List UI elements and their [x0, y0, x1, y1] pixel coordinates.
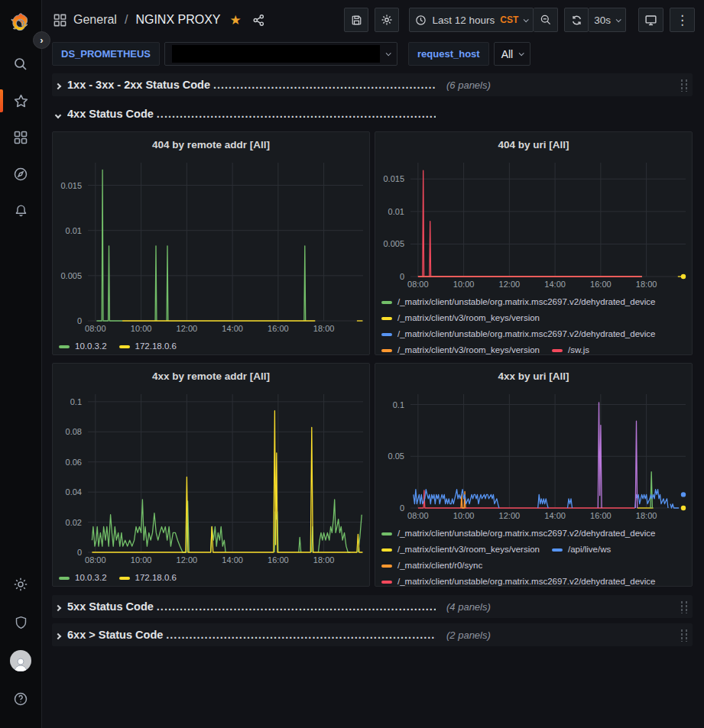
sidebar-item-configuration[interactable]: [0, 566, 42, 603]
row-panel-count: (6 panels): [446, 79, 491, 91]
sidebar-item-profile[interactable]: [0, 642, 42, 679]
legend-item[interactable]: /sw.js: [552, 342, 589, 354]
legend-item[interactable]: /_matrix/client/r0/sync: [381, 558, 482, 574]
sidebar-item-starred[interactable]: [0, 83, 42, 119]
breadcrumb: General / NGINX PROXY ★: [53, 12, 265, 28]
time-series-plot[interactable]: 00.0050.010.01508:0010:0012:0014:0016:00…: [53, 157, 369, 336]
time-series-plot[interactable]: 00.0050.010.01508:0010:0012:0014:0016:00…: [375, 157, 692, 292]
legend-swatch: [119, 577, 130, 580]
svg-text:0: 0: [400, 503, 404, 513]
toolbar: Last 12 hours CST: [344, 8, 695, 32]
refresh-interval-picker[interactable]: 30s: [589, 8, 626, 32]
svg-text:0.015: 0.015: [60, 181, 82, 190]
chevron-right-icon: [56, 628, 60, 642]
sidebar-item-help[interactable]: [0, 681, 42, 717]
row-drag-handle[interactable]: [679, 78, 688, 92]
legend-label: /_matrix/client/unstable/org.matrix.msc2…: [397, 526, 656, 542]
legend-item[interactable]: /_matrix/client/v3/room_keys/version: [381, 310, 540, 326]
refresh-interval-label: 30s: [594, 15, 611, 26]
favorite-star-icon[interactable]: ★: [230, 12, 242, 28]
chart-svg: 00.020.040.060.080.108:0010:0012:0014:00…: [53, 388, 369, 568]
svg-text:08:00: 08:00: [407, 511, 429, 520]
row-panel-count: (2 panels): [446, 629, 491, 641]
panel-title[interactable]: 404 by uri [All]: [375, 132, 692, 157]
dashboard-settings-button[interactable]: [375, 8, 399, 32]
legend-swatch: [381, 333, 392, 336]
svg-text:0: 0: [400, 272, 404, 281]
time-series-plot[interactable]: 00.020.040.060.080.108:0010:0012:0014:00…: [53, 388, 369, 568]
sidebar-item-search[interactable]: [0, 46, 42, 83]
share-icon[interactable]: [252, 14, 265, 27]
gear-icon: [13, 577, 28, 592]
timezone-label: CST: [500, 15, 518, 25]
chart-svg: 00.0050.010.01508:0010:0012:0014:0016:00…: [375, 157, 692, 292]
more-options-button[interactable]: ⋮: [670, 8, 695, 32]
kebab-icon: ⋮: [676, 12, 689, 28]
redacted-value: [172, 45, 380, 63]
svg-text:16:00: 16:00: [268, 324, 289, 333]
dashboard-title[interactable]: NGINX PROXY: [135, 13, 220, 27]
legend-swatch: [119, 345, 130, 348]
legend-item[interactable]: 10.0.3.2: [59, 338, 107, 354]
tv-mode-button[interactable]: [638, 8, 663, 32]
dashboards-grid-icon: [13, 130, 28, 145]
refresh-button[interactable]: [564, 8, 589, 32]
panel-4xx-by-uri: 4xx by uri [All] 00.050.108:0010:0012:00…: [375, 363, 693, 587]
legend-swatch: [381, 317, 392, 320]
zoom-out-icon: [540, 14, 552, 26]
panel-4xx-by-remote-addr: 4xx by remote addr [All] 00.020.040.060.…: [52, 363, 370, 587]
top-navbar: General / NGINX PROXY ★: [42, 0, 704, 40]
svg-text:16:00: 16:00: [268, 555, 289, 565]
chevron-down-icon: [524, 17, 529, 22]
legend-item[interactable]: /_matrix/client/v3/room_keys/version: [381, 542, 540, 558]
ds-prometheus-select[interactable]: [164, 42, 397, 66]
legend-swatch: [552, 349, 563, 352]
legend-item[interactable]: /_matrix/client/v3/room_keys/version: [381, 342, 540, 354]
sidebar-item-explore[interactable]: [0, 156, 42, 193]
legend-item[interactable]: /_matrix/client/unstable/org.matrix.msc2…: [381, 574, 656, 586]
empty-space: [52, 652, 693, 728]
row-panel-count: (4 panels): [446, 601, 491, 613]
panel-title[interactable]: 4xx by remote addr [All]: [53, 364, 369, 388]
row-drag-handle[interactable]: [679, 600, 688, 613]
row-drag-handle[interactable]: [679, 628, 688, 642]
svg-text:0: 0: [77, 548, 82, 557]
sidebar-item-server-admin[interactable]: [0, 604, 42, 641]
row-header-6xx[interactable]: 6xx > Status Code (2 panels): [52, 623, 693, 646]
row-header-1xx-3xx-2xx[interactable]: 1xx - 3xx - 2xx Status Code (6 panels): [52, 73, 693, 96]
sidebar-item-alerting[interactable]: [0, 193, 42, 229]
svg-text:12:00: 12:00: [499, 511, 521, 520]
legend-label: 10.0.3.2: [75, 338, 107, 354]
row-header-4xx[interactable]: 4xx Status Code: [52, 102, 693, 125]
save-dashboard-button[interactable]: [344, 8, 368, 32]
refresh-icon: [571, 15, 582, 26]
gear-icon: [381, 14, 393, 26]
svg-text:0.06: 0.06: [66, 458, 82, 467]
svg-text:12:00: 12:00: [499, 280, 521, 289]
variable-label-ds-prometheus: DS_PROMETHEUS: [52, 42, 160, 66]
legend-swatch: [381, 565, 392, 568]
request-host-select[interactable]: All: [494, 42, 531, 66]
panel-title[interactable]: 4xx by uri [All]: [375, 364, 692, 388]
row-header-5xx[interactable]: 5xx Status Code (4 panels): [52, 595, 693, 618]
legend-item[interactable]: 172.18.0.6: [119, 338, 177, 354]
legend-item[interactable]: /_matrix/client/unstable/org.matrix.msc2…: [381, 326, 656, 342]
compass-icon: [13, 167, 28, 182]
time-series-plot[interactable]: 00.050.108:0010:0012:0014:0016:0018:00: [375, 388, 692, 523]
svg-text:16:00: 16:00: [590, 280, 612, 289]
time-range-picker[interactable]: Last 12 hours CST: [409, 8, 534, 32]
zoom-out-time-button[interactable]: [534, 8, 558, 32]
breadcrumb-folder[interactable]: General: [73, 13, 117, 27]
legend-label: /_matrix/client/unstable/org.matrix.msc2…: [397, 294, 656, 310]
legend-item[interactable]: /_matrix/client/unstable/org.matrix.msc2…: [381, 294, 656, 310]
legend-item[interactable]: 172.18.0.6: [119, 570, 177, 586]
sidebar-expand-button[interactable]: ›: [33, 31, 50, 49]
search-icon: [13, 57, 28, 72]
panel-title[interactable]: 404 by remote addr [All]: [53, 132, 369, 157]
legend-item[interactable]: /_matrix/client/unstable/org.matrix.msc2…: [381, 526, 656, 542]
panel-legend: 10.0.3.2172.18.0.6: [53, 336, 369, 354]
legend-item[interactable]: 10.0.3.2: [59, 570, 107, 586]
legend-item[interactable]: /api/live/ws: [552, 542, 611, 558]
sidebar-item-dashboards[interactable]: [0, 119, 42, 156]
svg-text:10:00: 10:00: [453, 280, 475, 289]
